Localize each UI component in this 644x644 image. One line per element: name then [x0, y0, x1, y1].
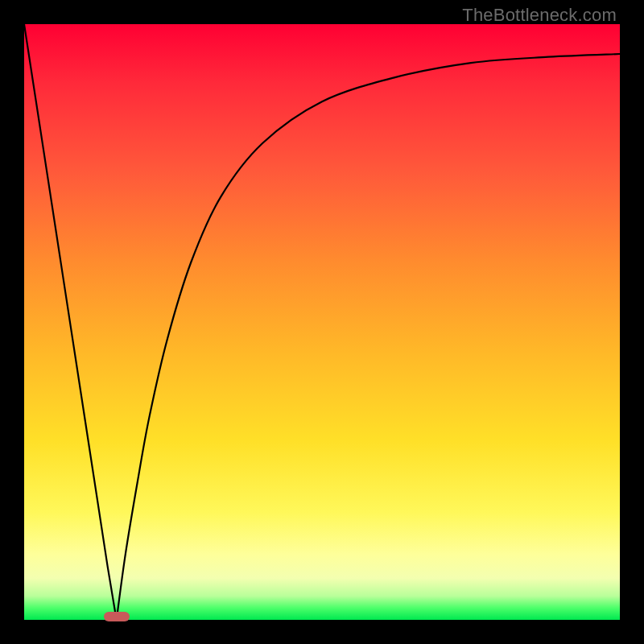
chart-frame: TheBottleneck.com	[0, 0, 644, 644]
vertex-marker	[104, 612, 130, 621]
right-branch-path	[117, 54, 620, 620]
left-branch-path	[24, 24, 117, 620]
plot-area	[24, 24, 620, 620]
watermark-text: TheBottleneck.com	[462, 5, 617, 26]
curve-layer	[24, 24, 620, 620]
